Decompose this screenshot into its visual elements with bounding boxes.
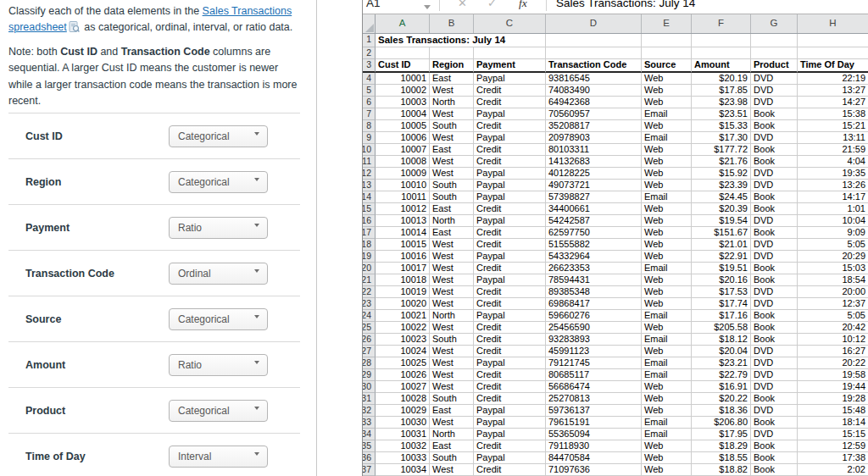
table-cell[interactable]: 10014 [376, 227, 430, 239]
table-cell[interactable]: Email [642, 108, 692, 120]
table-cell[interactable]: 69868417 [546, 298, 642, 310]
table-cell[interactable]: DVD [751, 429, 798, 440]
table-cell[interactable]: 10006 [376, 132, 430, 144]
table-cell[interactable]: 12:59 [798, 440, 868, 452]
table-cell[interactable]: Email [642, 263, 692, 274]
table-cell[interactable]: North [430, 97, 474, 108]
table-cell[interactable]: 55365094 [546, 429, 642, 440]
table-cell[interactable]: 10011 [376, 191, 430, 203]
table-cell[interactable]: 14:17 [798, 191, 868, 203]
table-cell[interactable]: 20:22 [798, 357, 868, 369]
table-cell[interactable]: Book [751, 440, 798, 452]
table-cell[interactable]: 10012 [376, 203, 430, 215]
classification-select-cust-id[interactable]: Categorical [169, 125, 268, 147]
row-number[interactable]: 29 [363, 369, 376, 381]
classification-select-time-of-day[interactable]: Interval [169, 446, 268, 468]
header-cell-amount[interactable]: Amount [692, 59, 751, 73]
table-cell[interactable]: Book [751, 263, 798, 274]
table-cell[interactable]: Web [642, 168, 692, 180]
row-number[interactable]: 23 [363, 298, 376, 310]
table-cell[interactable]: 10016 [376, 251, 430, 263]
table-cell[interactable]: East [430, 73, 474, 85]
accept-icon[interactable]: ✓ [487, 0, 497, 9]
table-cell[interactable]: 45991123 [546, 346, 642, 357]
table-cell[interactable]: $23.21 [692, 357, 751, 369]
table-cell[interactable]: Web [642, 73, 692, 85]
row-number[interactable]: 34 [363, 429, 376, 440]
table-cell[interactable]: 10013 [376, 215, 430, 227]
name-box[interactable]: A1 [366, 0, 381, 9]
table-cell[interactable]: Web [642, 393, 692, 405]
table-cell[interactable]: 10007 [376, 144, 430, 156]
table-cell[interactable]: Email [642, 191, 692, 203]
table-cell[interactable]: 4:04 [798, 156, 868, 168]
table-cell[interactable]: DVD [751, 286, 798, 298]
table-cell[interactable]: DVD [751, 215, 798, 227]
table-cell[interactable]: 10010 [376, 180, 430, 191]
table-cell[interactable]: $16.91 [692, 381, 751, 393]
table-cell[interactable]: Paypal [474, 108, 546, 120]
table-cell[interactable]: 70560957 [546, 108, 642, 120]
table-cell[interactable]: 5:05 [798, 310, 868, 322]
table-cell[interactable]: South [430, 191, 474, 203]
table-cell[interactable]: Email [642, 132, 692, 144]
table-cell[interactable]: Paypal [474, 73, 546, 85]
table-cell[interactable]: $22.79 [692, 369, 751, 381]
table-cell[interactable]: 54242587 [546, 215, 642, 227]
table-cell[interactable]: West [430, 346, 474, 357]
row-number[interactable]: 18 [363, 239, 376, 251]
table-cell[interactable] [642, 47, 692, 59]
table-cell[interactable]: West [430, 357, 474, 369]
table-cell[interactable]: Book [751, 156, 798, 168]
table-cell[interactable]: $23.39 [692, 180, 751, 191]
table-cell[interactable]: Web [642, 298, 692, 310]
table-cell[interactable]: 10:12 [798, 334, 868, 346]
classification-select-region[interactable]: Categorical [169, 171, 268, 193]
table-cell[interactable]: 59660276 [546, 310, 642, 322]
table-cell[interactable]: 5:05 [798, 239, 868, 251]
table-cell[interactable] [751, 34, 798, 47]
row-number[interactable]: 4 [363, 73, 376, 85]
row-number[interactable]: 30 [363, 381, 376, 393]
table-cell[interactable]: 10026 [376, 369, 430, 381]
table-cell[interactable]: Web [642, 452, 692, 464]
table-cell[interactable]: Book [751, 464, 798, 476]
table-cell[interactable]: Book [751, 120, 798, 132]
table-cell[interactable]: 19:28 [798, 393, 868, 405]
row-number[interactable]: 28 [363, 357, 376, 369]
table-cell[interactable]: Paypal [474, 251, 546, 263]
table-cell[interactable]: Book [751, 203, 798, 215]
table-cell[interactable]: $18.55 [692, 452, 751, 464]
table-cell[interactable]: 54332964 [546, 251, 642, 263]
table-cell[interactable] [751, 47, 798, 59]
table-cell[interactable]: West [430, 251, 474, 263]
table-cell[interactable]: Book [751, 417, 798, 429]
table-cell[interactable]: West [430, 322, 474, 334]
table-cell[interactable]: West [430, 132, 474, 144]
table-cell[interactable]: Book [751, 322, 798, 334]
row-number[interactable]: 12 [363, 168, 376, 180]
row-number[interactable]: 17 [363, 227, 376, 239]
table-cell[interactable]: 10018 [376, 274, 430, 286]
table-cell[interactable]: $15.92 [692, 168, 751, 180]
table-cell[interactable]: 49073721 [546, 180, 642, 191]
table-cell[interactable]: 16:27 [798, 346, 868, 357]
table-cell[interactable]: Book [751, 191, 798, 203]
table-cell[interactable]: West [430, 239, 474, 251]
table-cell[interactable]: 20978903 [546, 132, 642, 144]
table-cell[interactable]: Email [642, 429, 692, 440]
table-cell[interactable]: West [430, 85, 474, 97]
table-cell[interactable]: Email [642, 357, 692, 369]
table-cell[interactable]: Book [751, 310, 798, 322]
table-cell[interactable]: $17.85 [692, 85, 751, 97]
table-cell[interactable]: South [430, 180, 474, 191]
column-header-d[interactable]: D [546, 14, 642, 33]
table-cell[interactable]: 62597750 [546, 227, 642, 239]
classification-select-amount[interactable]: Ratio [169, 354, 268, 376]
table-cell[interactable]: Credit [474, 334, 546, 346]
table-cell[interactable]: 10017 [376, 263, 430, 274]
table-cell[interactable]: North [430, 215, 474, 227]
table-cell[interactable] [546, 34, 642, 47]
table-cell[interactable]: 10019 [376, 286, 430, 298]
file-preview-icon[interactable] [69, 21, 80, 32]
